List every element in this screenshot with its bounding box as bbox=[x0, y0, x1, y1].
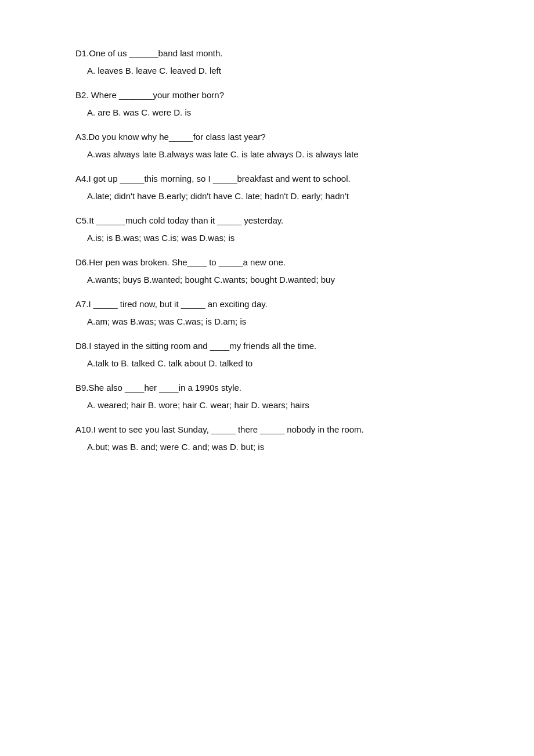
question-text-10: A10.I went to see you last Sunday, _____… bbox=[75, 423, 459, 437]
question-text-3: A3.Do you know why he_____for class last… bbox=[75, 130, 459, 144]
options-text-3: A.was always late B.always was late C. i… bbox=[87, 147, 459, 161]
question-text-6: D6.Her pen was broken. She____ to _____a… bbox=[75, 255, 459, 269]
quiz-container: D1.One of us ______band last month.A. le… bbox=[75, 46, 459, 454]
options-text-5: A.is; is B.was; was C.is; was D.was; is bbox=[87, 231, 459, 245]
question-block-8: D8.I stayed in the sitting room and ____… bbox=[75, 339, 459, 370]
question-block-3: A3.Do you know why he_____for class last… bbox=[75, 130, 459, 161]
options-text-1: A. leaves B. leave C. leaved D. left bbox=[87, 64, 459, 78]
options-text-9: A. weared; hair B. wore; hair C. wear; h… bbox=[87, 398, 459, 412]
question-block-6: D6.Her pen was broken. She____ to _____a… bbox=[75, 255, 459, 287]
question-block-7: A7.I _____ tired now, but it _____ an ex… bbox=[75, 297, 459, 329]
question-text-2: B2. Where _______your mother born? bbox=[75, 88, 459, 102]
options-text-8: A.talk to B. talked C. talk about D. tal… bbox=[87, 357, 459, 370]
options-text-4: A.late; didn't have B.early; didn't have… bbox=[87, 189, 459, 203]
question-block-4: A4.I got up _____this morning, so I ____… bbox=[75, 172, 459, 203]
options-text-2: A. are B. was C. were D. is bbox=[87, 106, 459, 120]
question-block-10: A10.I went to see you last Sunday, _____… bbox=[75, 423, 459, 454]
options-text-6: A.wants; buys B.wanted; bought C.wants; … bbox=[87, 273, 459, 287]
question-text-8: D8.I stayed in the sitting room and ____… bbox=[75, 339, 459, 353]
options-text-10: A.but; was B. and; were C. and; was D. b… bbox=[87, 440, 459, 454]
question-text-5: C5.It ______much cold today than it ____… bbox=[75, 214, 459, 228]
question-text-1: D1.One of us ______band last month. bbox=[75, 46, 459, 60]
question-block-5: C5.It ______much cold today than it ____… bbox=[75, 214, 459, 245]
question-block-2: B2. Where _______your mother born?A. are… bbox=[75, 88, 459, 120]
question-text-7: A7.I _____ tired now, but it _____ an ex… bbox=[75, 297, 459, 311]
question-block-1: D1.One of us ______band last month.A. le… bbox=[75, 46, 459, 78]
question-text-4: A4.I got up _____this morning, so I ____… bbox=[75, 172, 459, 186]
options-text-7: A.am; was B.was; was C.was; is D.am; is bbox=[87, 315, 459, 329]
question-text-9: B9.She also ____her ____in a 1990s style… bbox=[75, 381, 459, 395]
question-block-9: B9.She also ____her ____in a 1990s style… bbox=[75, 381, 459, 412]
